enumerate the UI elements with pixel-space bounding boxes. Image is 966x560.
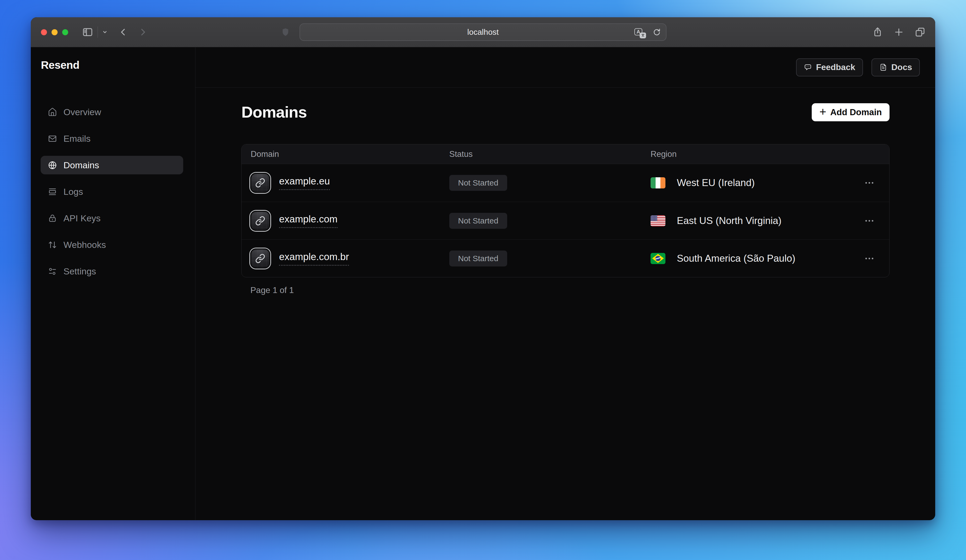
pagination-label: Page 1 of 1 [242,285,890,295]
link-tile [250,173,270,193]
resend-logo: Resend [31,47,195,71]
link-tile [250,211,270,231]
flag-ireland-icon [651,177,665,188]
chevron-down-icon[interactable] [102,29,108,35]
link-icon [255,178,265,188]
toolbar-divider [97,26,98,38]
add-domain-button[interactable]: + Add Domain [812,103,890,121]
main-area: Feedback Docs Domains + Add Dom [196,47,935,520]
tab-overview-icon[interactable] [915,26,926,38]
sidebar-item-domains[interactable]: Domains [41,156,183,174]
feedback-bubble-icon [804,63,812,71]
globe-icon [48,160,57,170]
domain-link[interactable]: example.com [279,214,337,228]
sidebar-item-logs[interactable]: Logs [41,182,183,201]
traffic-lights [41,29,68,35]
flag-brazil-icon [651,253,665,264]
status-badge: Not Started [449,213,507,229]
table-body: example.eu Not Started West EU (Ireland)… [242,164,889,277]
reload-icon[interactable] [652,28,661,37]
table-row: example.eu Not Started West EU (Ireland) [242,164,889,202]
minimize-window-button[interactable] [51,29,58,35]
region-label: South America (São Paulo) [677,253,795,264]
table-row: example.com Not Started East US (North V… [242,202,889,239]
new-tab-icon[interactable] [893,26,904,38]
url-text: localhost [467,28,499,37]
sliders-icon [48,267,57,276]
domain-link[interactable]: example.com.br [279,251,349,266]
forward-button[interactable] [138,28,147,37]
status-badge: Not Started [449,251,507,267]
sidebar-toggle-icon[interactable] [82,26,93,38]
back-button[interactable] [119,28,128,37]
sidebar: Resend Overview Emails Domains Logs API … [31,47,196,520]
domains-table: Domain Status Region example.eu Not Star… [242,144,890,277]
zoom-window-button[interactable] [62,29,68,35]
top-bar: Feedback Docs [196,47,935,88]
sidebar-item-webhooks[interactable]: Webhooks [41,236,183,254]
feedback-button[interactable]: Feedback [796,58,863,77]
table-row: example.com.br Not Started South America… [242,239,889,277]
status-badge: Not Started [449,175,507,191]
domain-link[interactable]: example.eu [279,176,330,190]
document-icon [879,63,887,71]
lock-icon [48,214,57,223]
close-window-button[interactable] [41,29,47,35]
row-actions-button[interactable] [862,254,877,263]
column-header-domain: Domain [242,149,449,159]
sidebar-item-emails[interactable]: Emails [41,129,183,148]
column-header-status: Status [449,149,651,159]
sidebar-nav: Overview Emails Domains Logs API Keys We… [31,103,195,280]
address-bar[interactable]: localhost A [299,23,667,41]
link-icon [255,216,265,226]
column-header-region: Region [651,149,849,159]
link-icon [255,254,265,264]
logs-icon [48,187,57,196]
link-tile [250,249,270,269]
arrows-up-down-icon [48,240,57,249]
row-actions-button[interactable] [862,178,877,187]
share-icon[interactable] [872,26,883,38]
mail-icon [48,134,57,143]
translate-icon[interactable]: A [634,28,643,36]
browser-toolbar[interactable]: localhost A [31,17,935,47]
sidebar-item-overview[interactable]: Overview [41,103,183,121]
flag-usa-icon [651,215,665,226]
sidebar-item-settings[interactable]: Settings [41,262,183,280]
docs-button[interactable]: Docs [871,58,920,77]
sidebar-item-api-keys[interactable]: API Keys [41,209,183,228]
browser-window: localhost A [31,17,935,520]
row-actions-button[interactable] [862,216,877,225]
home-icon [48,108,57,117]
page-title: Domains [242,103,307,121]
privacy-shield-icon [281,27,290,38]
region-label: East US (North Virginia) [677,215,782,226]
region-label: West EU (Ireland) [677,177,755,188]
table-header: Domain Status Region [242,144,889,164]
